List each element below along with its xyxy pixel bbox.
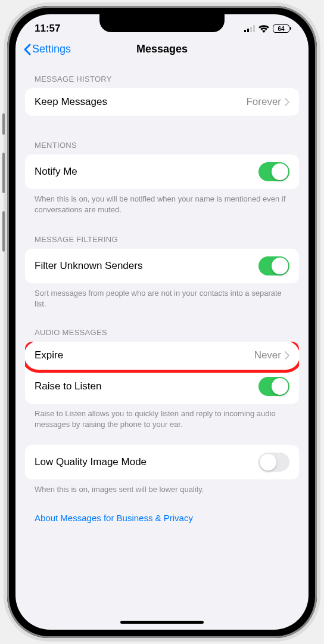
group-audio-messages: Expire Never Raise to Listen — [25, 342, 299, 404]
group-message-filtering: Filter Unknown Senders — [25, 249, 299, 283]
page-title: Messages — [136, 43, 188, 55]
expire-label: Expire — [35, 349, 63, 361]
home-indicator[interactable] — [120, 621, 204, 624]
svg-rect-3 — [253, 25, 255, 32]
row-raise-to-listen[interactable]: Raise to Listen — [25, 369, 299, 404]
message-filtering-footer: Sort messages from people who are not in… — [25, 283, 299, 311]
chevron-right-icon — [285, 351, 289, 360]
audio-messages-footer: Raise to Listen allows you to quickly li… — [25, 404, 299, 432]
screen: 11:57 64 Settings Messages MESSAGE HISTO… — [15, 14, 309, 630]
filter-unknown-toggle[interactable] — [258, 256, 289, 275]
section-header-message-history: MESSAGE HISTORY — [25, 63, 299, 88]
row-notify-me[interactable]: Notify Me — [25, 154, 299, 189]
svg-rect-2 — [250, 27, 252, 32]
low-quality-footer: When this is on, images sent will be low… — [25, 479, 299, 497]
svg-rect-1 — [247, 29, 249, 32]
battery-icon: 64 — [273, 24, 289, 33]
expire-value: Never — [254, 349, 281, 361]
notch — [99, 14, 225, 32]
section-header-message-filtering: MESSAGE FILTERING — [25, 217, 299, 249]
notify-me-toggle[interactable] — [258, 162, 289, 181]
back-button[interactable]: Settings — [24, 43, 71, 55]
group-message-history: Keep Messages Forever — [25, 88, 299, 116]
mentions-footer: When this is on, you will be notified wh… — [25, 189, 299, 217]
row-low-quality-image-mode[interactable]: Low Quality Image Mode — [25, 445, 299, 479]
cellular-icon — [244, 25, 255, 32]
phone-frame: 11:57 64 Settings Messages MESSAGE HISTO… — [7, 6, 317, 638]
svg-rect-0 — [244, 30, 246, 32]
low-quality-label: Low Quality Image Mode — [35, 456, 147, 468]
group-mentions: Notify Me — [25, 154, 299, 189]
wifi-icon — [258, 25, 269, 33]
low-quality-toggle[interactable] — [258, 453, 289, 472]
raise-to-listen-toggle[interactable] — [258, 377, 289, 396]
raise-to-listen-label: Raise to Listen — [35, 380, 101, 392]
row-filter-unknown-senders[interactable]: Filter Unknown Senders — [25, 249, 299, 283]
nav-bar: Settings Messages — [15, 37, 309, 63]
notify-me-label: Notify Me — [35, 166, 77, 178]
back-label: Settings — [32, 43, 71, 55]
row-expire[interactable]: Expire Never — [25, 342, 299, 369]
keep-messages-value: Forever — [246, 96, 281, 108]
side-buttons — [2, 113, 5, 252]
chevron-right-icon — [285, 98, 289, 106]
group-low-quality: Low Quality Image Mode — [25, 445, 299, 479]
section-header-mentions: MENTIONS — [25, 116, 299, 154]
about-link[interactable]: About Messages for Business & Privacy — [25, 497, 299, 528]
row-keep-messages[interactable]: Keep Messages Forever — [25, 88, 299, 116]
filter-unknown-label: Filter Unknown Senders — [35, 260, 142, 272]
keep-messages-label: Keep Messages — [35, 96, 107, 108]
section-header-audio-messages: AUDIO MESSAGES — [25, 311, 299, 342]
status-time: 11:57 — [35, 23, 60, 35]
settings-content[interactable]: MESSAGE HISTORY Keep Messages Forever ME… — [15, 63, 309, 540]
